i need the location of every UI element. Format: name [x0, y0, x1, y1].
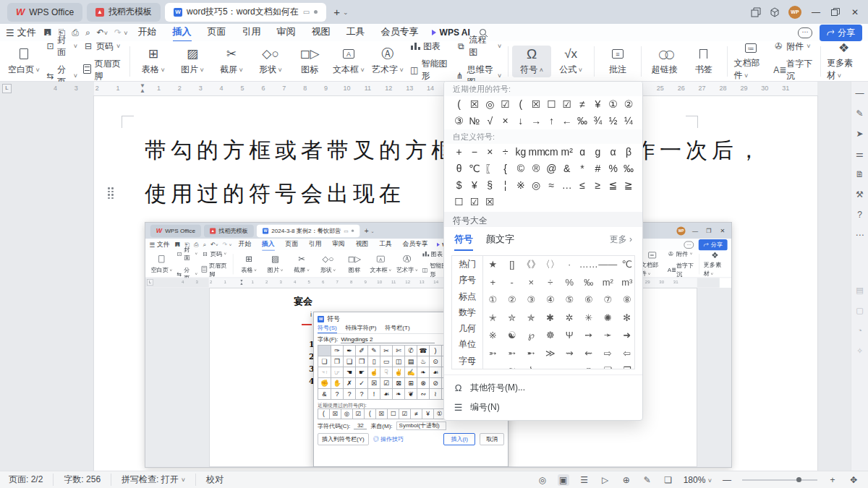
symbol-category[interactable]: 单位 — [452, 336, 482, 352]
menu-tab[interactable]: 审阅 — [332, 239, 345, 251]
collection-symbol[interactable]: ✳ — [579, 309, 599, 328]
menu-tab[interactable]: 视图 — [356, 239, 369, 251]
recent-symbol[interactable]: ↑ — [544, 113, 559, 129]
wingdings-cell[interactable]: ) — [430, 346, 442, 356]
symbol-category[interactable]: 标点 — [452, 288, 482, 304]
custom-symbol[interactable]: § — [482, 177, 498, 194]
wingdings-cell[interactable]: ❦ — [405, 389, 417, 400]
recent-symbol[interactable]: ½ — [605, 113, 621, 129]
wingdings-cell[interactable]: ❐ — [331, 356, 344, 367]
wingdings-cell[interactable]: ▭ — [380, 356, 393, 367]
dialog-tab-symbols[interactable]: 符号(S) — [318, 324, 337, 333]
symbol-category[interactable]: 数学 — [452, 304, 482, 320]
print-preview-icon[interactable]: ⌕ — [85, 27, 90, 38]
collection-symbol[interactable]: ✺ — [598, 309, 618, 328]
bookmark-button[interactable]: 书签 — [684, 46, 723, 77]
custom-symbol[interactable]: © — [513, 160, 528, 177]
zoom-in-button[interactable]: + — [827, 475, 838, 485]
formula-button[interactable]: √x公式 ˅ — [551, 46, 590, 77]
recent-symbol-cell[interactable]: ( — [365, 409, 376, 419]
collection-symbol[interactable]: ✱ — [541, 309, 561, 328]
page-indicator[interactable]: 页面: 2/2 — [9, 474, 54, 486]
from-select[interactable]: Symbol(十进制) — [396, 421, 446, 430]
wingdings-cell[interactable]: ▯ — [368, 356, 380, 367]
char-code-value[interactable]: 32 — [354, 422, 367, 429]
recent-symbol[interactable]: ¾ — [590, 113, 605, 129]
tab-wps-home[interactable]: W WPS Office — [7, 3, 82, 22]
collection-symbol[interactable]: 《》 — [522, 256, 541, 274]
recent-symbol-cell[interactable]: ( — [318, 409, 330, 419]
collection-symbol[interactable]: ✯ — [522, 309, 541, 328]
collection-symbol[interactable]: ÷ — [541, 274, 561, 292]
tab-list-caret-icon[interactable]: ⌄ — [343, 9, 349, 16]
wingdings-cell[interactable]: ❒ — [356, 356, 368, 367]
smart-graphic-button[interactable]: ◫智能图形 — [410, 58, 450, 82]
collection-symbol[interactable]: ② — [503, 291, 522, 309]
new-tab-button[interactable]: + — [333, 6, 340, 18]
collection-symbol[interactable]: ⇝ — [560, 345, 579, 363]
wingdings-cell[interactable]: ❏ — [318, 356, 331, 367]
table-button[interactable]: ⊞表格 ˅ — [134, 46, 173, 77]
flowchart-button[interactable]: ⧉流程图˅ — [456, 34, 501, 59]
collection-symbol[interactable]: ☯ — [503, 327, 522, 345]
numbering-item[interactable]: ☰ 编号(N) — [453, 398, 634, 417]
collection-symbol[interactable]: ➛ — [598, 327, 618, 345]
custom-symbol[interactable]: ☐ — [451, 194, 467, 210]
more-assets-button[interactable]: ❖更多素材 ˅ — [702, 249, 728, 278]
page-number-button[interactable]: ⊟页码˅ — [83, 40, 123, 53]
collection-symbol[interactable]: ⌇ — [522, 362, 541, 369]
symbol-button[interactable]: Ω符号 ˄ — [512, 46, 551, 77]
wingdings-cell[interactable]: ✌ — [393, 367, 405, 378]
wingdings-cell[interactable]: ✄ — [393, 346, 405, 356]
recent-symbol[interactable]: ③ — [451, 113, 467, 129]
wingdings-cell[interactable]: ☜ — [318, 367, 331, 378]
tab-emoticons[interactable]: 颜文字 — [486, 233, 514, 246]
wingdings-cell[interactable]: ☙ — [380, 389, 393, 400]
focus-mode-icon[interactable]: ❏ — [663, 475, 674, 485]
collection-symbol[interactable]: 〈〉 — [541, 256, 561, 274]
collection-symbol[interactable]: ⑤ — [560, 291, 579, 309]
zoom-slider[interactable] — [742, 479, 817, 481]
collection-symbol[interactable]: ‰ — [579, 274, 599, 292]
recent-symbol[interactable]: ¥ — [590, 96, 605, 113]
wingdings-cell[interactable] — [318, 346, 331, 356]
wingdings-cell[interactable]: ☎ — [417, 346, 430, 356]
collection-symbol[interactable]: ☸ — [541, 327, 561, 345]
custom-symbol[interactable]: ≤ — [574, 177, 590, 194]
recent-symbol-cell[interactable]: ≠ — [411, 409, 422, 419]
web-view-icon[interactable]: ⊕ — [621, 475, 632, 485]
dialog-tab-symbol-bar[interactable]: 符号栏(T) — [385, 324, 409, 333]
menu-tab[interactable]: 会员专享 — [381, 24, 419, 42]
recent-symbol[interactable]: ☒ — [467, 96, 482, 113]
shapes-button[interactable]: ◇○形状 ˅ — [251, 46, 290, 77]
symbol-category[interactable]: 序号 — [452, 272, 482, 288]
collection-symbol[interactable]: m³ — [618, 274, 635, 292]
wingdings-cell[interactable]: ❑ — [344, 356, 356, 367]
cloud-more-icon[interactable]: ⋯ — [684, 241, 694, 248]
header-footer-button[interactable]: 页眉页脚 — [83, 58, 123, 82]
custom-symbol[interactable]: ‰ — [621, 160, 636, 177]
wingdings-cell[interactable]: ✓ — [356, 378, 368, 389]
document-text-line2[interactable]: 使用过的符号会出现在 — [145, 179, 405, 209]
widget-sparkle-icon[interactable]: ✧ — [855, 346, 864, 356]
tab-docer-templates[interactable]: ▲ 找稻壳模板 — [87, 3, 161, 22]
collection-symbol[interactable]: ≫ — [541, 345, 561, 363]
undo-icon[interactable]: ↶˅ — [97, 27, 108, 38]
recent-symbol-cell[interactable]: ☐ — [388, 409, 399, 419]
zoom-out-button[interactable]: — — [721, 475, 733, 485]
wingdings-cell[interactable]: ⊞ — [405, 378, 417, 389]
custom-symbol[interactable]: { — [498, 160, 513, 177]
collection-symbol[interactable]: ⑧ — [618, 291, 635, 309]
indent-markers[interactable]: ▼▲ — [239, 279, 243, 286]
widget-layers-icon[interactable]: ▤ — [855, 286, 864, 295]
word-art-button[interactable]: Ⓐ艺术字 ˅ — [394, 253, 420, 275]
attachment-button[interactable]: ✇附件˅ — [773, 40, 813, 53]
custom-symbol[interactable]: * — [574, 160, 590, 177]
collapse-icon[interactable]: — — [855, 89, 864, 98]
widget-clock-icon[interactable]: ◔ — [855, 326, 864, 335]
undo-icon[interactable]: ↶˅ — [210, 241, 218, 248]
menu-tab[interactable]: 引用 — [242, 24, 261, 42]
eye-icon[interactable]: ◎ — [537, 475, 548, 485]
tab-symbols[interactable]: 符号 — [454, 233, 473, 251]
recent-symbol-cell[interactable]: ◎ — [341, 409, 353, 419]
